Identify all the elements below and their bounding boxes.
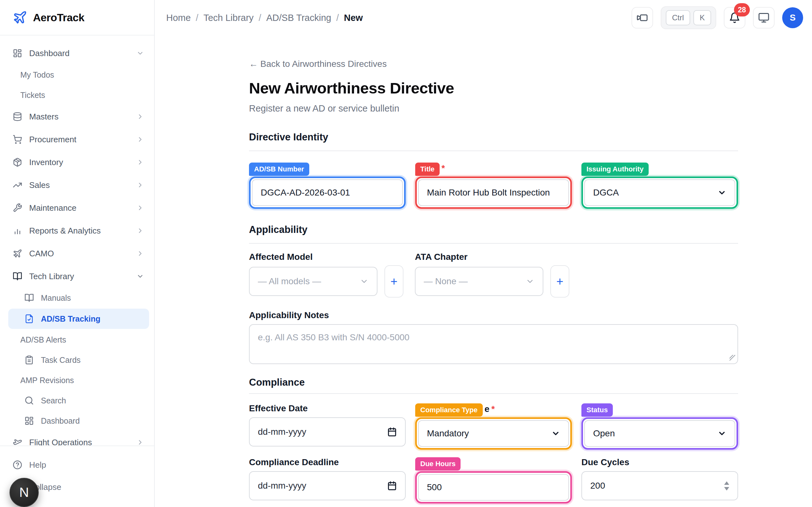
plane-takeoff-icon [13,438,22,446]
breadcrumb-separator: / [336,13,339,23]
brand-name: AeroTrack [33,11,84,24]
k-keycap: K [693,10,711,25]
chevron-down-icon [717,188,726,197]
sidebar-item-tickets[interactable]: Tickets [0,85,154,105]
issuing-authority-select[interactable]: DGCA [584,179,735,206]
required-asterisk: * [442,163,445,176]
due-cycles-input[interactable]: 200 [581,471,738,500]
user-avatar[interactable]: S [782,7,803,28]
sidebar-nav: Dashboard My Todos Tickets Masters Procu… [0,36,154,446]
sidebar-item-adsb-tracking[interactable]: AD/SB Tracking [8,308,149,329]
breadcrumb-current: New [344,13,363,23]
annotation-badge-due-hours: Due Hours [415,457,461,470]
stepper-up-icon[interactable] [724,481,729,485]
breadcrumb-tech-library[interactable]: Tech Library [203,13,253,23]
field-compliance-type: Compliance Type e * Mandatory [415,400,572,450]
sidebar-item-maintenance[interactable]: Maintenance [0,196,154,219]
affected-model-select[interactable]: — All models — [249,267,377,296]
breadcrumb-home[interactable]: Home [166,13,191,23]
compliance-row-1: Effective Date dd-mm-yyyy Compliance Typ… [249,400,738,450]
back-link[interactable]: ← Back to Airworthiness Directives [249,59,387,69]
monitor-icon [758,12,769,23]
annotation-badge-status: Status [581,403,613,417]
sidebar-item-dashboard-sub[interactable]: Dashboard [0,411,154,431]
add-affected-model-button[interactable]: + [385,265,403,297]
package-icon [13,158,22,167]
field-affected-model: Affected Model — All models — + [249,252,403,297]
help-button[interactable]: Help [0,454,154,476]
stepper-down-icon[interactable] [724,487,729,491]
calendar-icon[interactable] [387,427,397,437]
sidebar-item-task-cards[interactable]: Task Cards [0,350,154,370]
compliance-deadline-label: Compliance Deadline [249,457,339,470]
sidebar-item-adsb-alerts[interactable]: AD/SB Alerts [0,330,154,350]
due-hours-input[interactable] [418,474,569,501]
annotation-ring-compliance-type: Mandatory [415,417,572,450]
sidebar-item-camo[interactable]: CAMO [0,242,154,265]
sidebar-item-dashboard[interactable]: Dashboard [0,42,154,65]
sidebar-item-my-todos[interactable]: My Todos [0,65,154,85]
add-ata-chapter-button[interactable]: + [550,265,569,297]
chevron-right-icon [136,439,144,446]
breadcrumb-separator: / [258,13,261,23]
field-issuing-authority: Issuing Authority DGCA [581,159,738,209]
ctrl-keycap: Ctrl [666,10,690,25]
chevron-right-icon [136,181,144,189]
brand-logo[interactable]: AeroTrack [0,0,154,36]
field-status: Status Open [581,400,738,450]
required-asterisk: * [491,404,495,417]
file-check-icon [24,314,34,324]
directive-identity-row: AD/SB Number Title * [249,159,738,209]
sidebar-item-flight-operations[interactable]: Flight Operations [0,431,154,446]
chevron-right-icon [136,227,144,234]
annotation-badge-compliance-type: Compliance Type [415,403,483,417]
section-heading-applicability: Applicability [249,224,738,235]
wrench-icon [13,203,22,213]
breadcrumb: Home / Tech Library / AD/SB Tracking / N… [166,13,363,23]
chevron-down-icon [136,273,144,280]
status-select[interactable]: Open [584,420,735,447]
ata-chapter-label: ATA Chapter [415,252,569,262]
sidebar-item-sales[interactable]: Sales [0,174,154,196]
sidebar-item-masters[interactable]: Masters [0,105,154,128]
annotation-ring-adsb-number [249,176,406,209]
title-input[interactable] [418,179,569,206]
field-compliance-deadline: Compliance Deadline dd-mm-yyyy [249,454,406,504]
adsb-number-input[interactable] [252,179,403,206]
notifications-button[interactable]: 28 [724,7,745,29]
sidebar-item-amp-revisions[interactable]: AMP Revisions [0,370,154,390]
screen-record-button[interactable] [631,7,653,29]
ata-chapter-select[interactable]: — None — [415,267,543,296]
number-stepper[interactable] [724,481,729,491]
sidebar-item-procurement[interactable]: Procurement [0,128,154,151]
section-heading-compliance: Compliance [249,377,738,388]
sidebar-item-reports-analytics[interactable]: Reports & Analytics [0,219,154,242]
compliance-type-select[interactable]: Mandatory [418,420,569,447]
section-divider [249,393,738,394]
dev-tools-badge[interactable]: N [9,478,39,507]
app-window: AeroTrack Dashboard My Todos Tickets Mas… [0,0,812,507]
field-adsb-number: AD/SB Number [249,159,406,209]
sidebar-item-search[interactable]: Search [0,390,154,411]
compliance-type-label-peek: e [485,404,490,417]
sidebar-item-inventory[interactable]: Inventory [0,151,154,174]
calendar-icon[interactable] [387,481,397,491]
compliance-deadline-input[interactable]: dd-mm-yyyy [249,471,406,500]
sidebar-item-tech-library[interactable]: Tech Library [0,265,154,288]
field-due-cycles: Due Cycles 200 [581,454,738,504]
sidebar: AeroTrack Dashboard My Todos Tickets Mas… [0,0,155,507]
page-subtitle: Register a new AD or service bulletin [249,103,738,114]
annotation-badge-issuing-authority: Issuing Authority [581,163,649,176]
applicability-notes-textarea[interactable] [249,324,738,364]
field-due-hours: Due Hours [415,454,572,504]
clipboard-icon [24,355,34,365]
book-open-icon [24,293,34,302]
sidebar-item-manuals[interactable]: Manuals [0,288,154,308]
display-mode-button[interactable] [753,7,774,29]
field-effective-date: Effective Date dd-mm-yyyy [249,400,406,450]
annotation-ring-issuing-authority: DGCA [581,176,738,209]
command-palette-shortcut[interactable]: Ctrl K [661,6,716,29]
breadcrumb-adsb-tracking[interactable]: AD/SB Tracking [266,13,331,23]
applicability-notes-label: Applicability Notes [249,310,738,320]
effective-date-input[interactable]: dd-mm-yyyy [249,417,406,447]
